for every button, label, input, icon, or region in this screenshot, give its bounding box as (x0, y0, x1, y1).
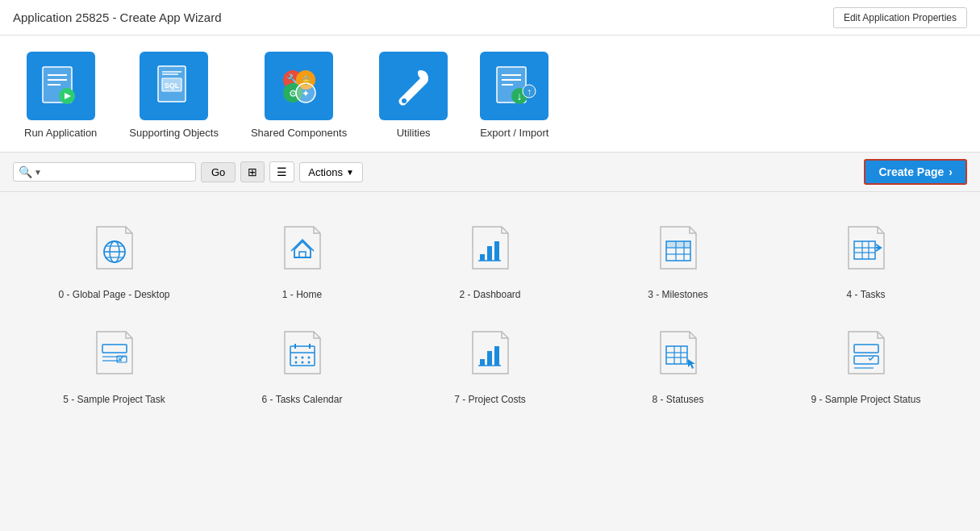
svg-rect-52 (102, 345, 127, 353)
page-7-label: 7 - Project Costs (454, 394, 526, 405)
chevron-down-icon: ▼ (346, 168, 354, 177)
svg-rect-35 (487, 246, 492, 261)
app-title: Application 25825 - Create App Wizard (13, 10, 221, 24)
page-9[interactable]: 9 - Sample Project Status (776, 316, 956, 405)
top-item-utilities[interactable]: Utilities (379, 52, 448, 139)
page-5-icon (74, 316, 155, 389)
svg-rect-71 (666, 346, 687, 364)
supporting-objects-label: Supporting Objects (129, 127, 219, 139)
page-8[interactable]: 8 - Statuses (588, 316, 768, 405)
svg-text:↓: ↓ (516, 90, 522, 102)
export-import-icon: ↓ ↑ (480, 52, 548, 120)
pages-grid: 0 - Global Page - Desktop 1 - Home 2 - D… (24, 211, 956, 405)
page-4-icon (826, 211, 907, 284)
create-page-button[interactable]: Create Page › (864, 159, 967, 185)
run-application-label: Run Application (24, 127, 97, 139)
page-6-icon (262, 316, 343, 389)
svg-rect-45 (684, 241, 690, 248)
page-1-label: 1 - Home (282, 289, 322, 300)
export-import-label: Export / Import (480, 127, 548, 139)
svg-rect-46 (854, 241, 875, 259)
grid-icon: ⊞ (248, 165, 257, 178)
chevron-down-icon: ▼ (34, 168, 42, 177)
svg-rect-44 (676, 241, 684, 248)
edit-properties-button[interactable]: Edit Application Properties (833, 7, 967, 28)
run-application-icon (27, 52, 95, 120)
page-2-icon (450, 211, 531, 284)
page-2[interactable]: 2 - Dashboard (400, 211, 580, 300)
page-6-label: 6 - Tasks Calendar (262, 394, 343, 405)
page-4-label: 4 - Tasks (847, 289, 886, 300)
page-2-label: 2 - Dashboard (459, 289, 520, 300)
page-3-label: 3 - Milestones (648, 289, 708, 300)
svg-text:SQL: SQL (164, 82, 179, 90)
page-7[interactable]: 7 - Project Costs (400, 316, 580, 405)
svg-point-63 (307, 357, 310, 359)
svg-rect-33 (299, 252, 306, 257)
search-icon: 🔍 (19, 165, 32, 178)
search-input[interactable] (45, 166, 190, 178)
svg-point-66 (307, 362, 310, 364)
svg-text:↑: ↑ (527, 86, 532, 98)
chevron-right-icon: › (949, 165, 953, 178)
svg-rect-77 (854, 356, 878, 364)
top-item-export-import[interactable]: ↓ ↑ Export / Import (480, 52, 548, 139)
page-0-label: 0 - Global Page - Desktop (58, 289, 169, 300)
utilities-icon (379, 52, 448, 120)
svg-rect-34 (480, 254, 485, 261)
search-wrapper: 🔍 ▼ (13, 162, 196, 182)
utilities-label: Utilities (397, 127, 431, 139)
shared-components-icon: 🔧 🔒 ⚙ ✦ (265, 52, 333, 120)
page-1-icon (262, 211, 343, 284)
svg-point-62 (301, 357, 303, 359)
svg-rect-67 (480, 359, 485, 366)
svg-rect-69 (494, 346, 499, 366)
top-item-supporting-objects[interactable]: SQL Supporting Objects (129, 52, 219, 139)
svg-text:✦: ✦ (302, 88, 310, 99)
page-8-icon (638, 316, 719, 389)
svg-rect-76 (854, 345, 878, 353)
svg-rect-43 (666, 241, 676, 248)
page-5-label: 5 - Sample Project Task (63, 394, 165, 405)
search-dropdown-button[interactable]: 🔍 ▼ (19, 165, 42, 178)
page-9-label: 9 - Sample Project Status (811, 394, 920, 405)
actions-label: Actions (308, 166, 343, 178)
go-button[interactable]: Go (201, 162, 236, 182)
svg-rect-68 (487, 351, 492, 366)
toolbar: 🔍 ▼ Go ⊞ ☰ Actions ▼ Create Page › (0, 153, 980, 192)
app-header: Application 25825 - Create App Wizard Ed… (0, 0, 980, 36)
page-5[interactable]: 5 - Sample Project Task (24, 316, 204, 405)
shared-components-label: Shared Components (251, 127, 347, 139)
list-view-button[interactable]: ☰ (269, 161, 294, 182)
page-0[interactable]: 0 - Global Page - Desktop (24, 211, 204, 300)
top-item-shared-components[interactable]: 🔧 🔒 ⚙ ✦ Shared Components (251, 52, 347, 139)
page-8-label: 8 - Statuses (652, 394, 703, 405)
svg-point-19 (402, 98, 407, 103)
actions-button[interactable]: Actions ▼ (299, 162, 363, 182)
svg-point-61 (294, 357, 297, 359)
page-1[interactable]: 1 - Home (212, 211, 392, 300)
page-0-icon (74, 211, 155, 284)
page-9-icon (826, 316, 907, 389)
create-page-label: Create Page (878, 165, 944, 178)
svg-point-64 (294, 362, 297, 364)
grid-view-button[interactable]: ⊞ (240, 161, 265, 182)
page-3-icon (638, 211, 719, 284)
list-icon: ☰ (277, 165, 287, 178)
page-6[interactable]: 6 - Tasks Calendar (212, 316, 392, 405)
supporting-objects-icon: SQL (140, 52, 208, 120)
page-4[interactable]: 4 - Tasks (776, 211, 956, 300)
svg-rect-36 (494, 241, 499, 261)
page-3[interactable]: 3 - Milestones (588, 211, 768, 300)
pages-section: 0 - Global Page - Desktop 1 - Home 2 - D… (0, 192, 980, 424)
top-icons-section: Run Application SQL Supporting Objects 🔧… (0, 36, 980, 153)
page-7-icon (450, 316, 531, 389)
svg-point-65 (301, 362, 303, 364)
top-item-run-application[interactable]: Run Application (24, 52, 97, 139)
